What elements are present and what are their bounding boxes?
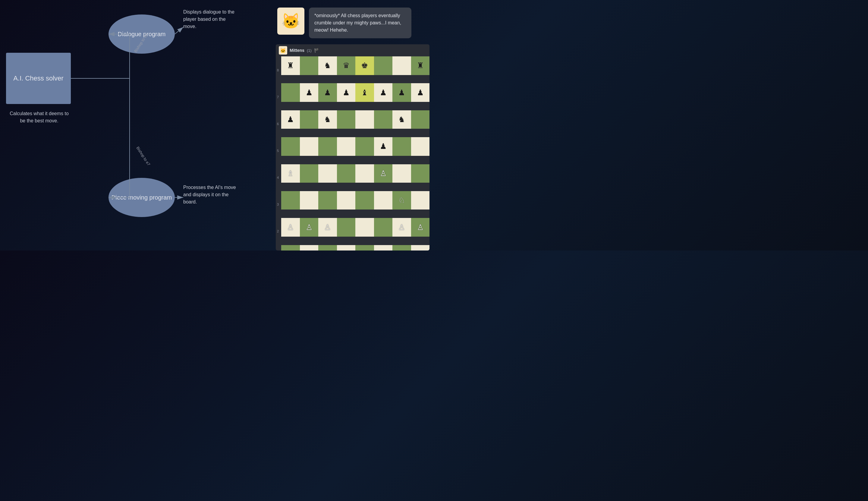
board-cell[interactable]: ♟ <box>374 83 393 102</box>
board-cell[interactable]: ♞ <box>393 110 411 129</box>
board-cell[interactable]: ♝ <box>355 83 374 102</box>
solver-description: Calculates what it deems to be the best … <box>9 110 69 125</box>
board-cell[interactable]: ♘ <box>300 245 319 250</box>
board-cell[interactable] <box>337 164 356 183</box>
mittens-rating: (1) <box>307 48 312 53</box>
board-cell[interactable] <box>411 164 430 183</box>
board-cell[interactable] <box>355 245 374 250</box>
chat-message: *ominously* All chess players eventually… <box>314 13 401 33</box>
board-cell[interactable]: ♗ <box>281 164 300 183</box>
board-cell[interactable]: ♛ <box>337 56 356 75</box>
board-cell[interactable] <box>374 245 393 250</box>
board-cell[interactable]: ♙ <box>300 218 319 237</box>
board-cell[interactable]: ♗ <box>318 245 337 250</box>
board-cell[interactable] <box>355 164 374 183</box>
board-cell[interactable]: ♜ <box>411 56 430 75</box>
piece-moving-label: Piece moving program <box>111 193 172 201</box>
dialogue-ellipse: Dialogue program <box>108 14 175 54</box>
dialogue-description: Displays dialogue to the player based on… <box>183 9 239 30</box>
board-cell[interactable]: ♜ <box>281 56 300 75</box>
board-cell[interactable] <box>374 218 393 237</box>
board-cell[interactable]: ♚ <box>355 56 374 75</box>
board-cell[interactable]: ♟ <box>318 83 337 102</box>
chat-area: 🐱 *ominously* All chess players eventual… <box>271 0 434 44</box>
board-cell[interactable] <box>393 164 411 183</box>
board-cell[interactable]: ♙ <box>318 218 337 237</box>
board-cell[interactable]: ♘ <box>393 191 411 210</box>
board-cell[interactable] <box>411 245 430 250</box>
diagram-container: A.I. Chess solver Calculates what it dee… <box>0 0 271 250</box>
board-cell[interactable] <box>355 191 374 210</box>
board-cell[interactable] <box>281 83 300 102</box>
board-cell[interactable] <box>393 56 411 75</box>
chess-header: 🐱 Mittens (1) 🏴 <box>276 44 429 56</box>
piece-moving-ellipse: Piece moving program <box>108 178 175 217</box>
board-cell[interactable]: ♞ <box>318 110 337 129</box>
dialogue-label: Dialogue program <box>118 30 166 38</box>
board-cell[interactable] <box>411 110 430 129</box>
board-cell[interactable] <box>374 56 393 75</box>
rank-5: 5 <box>277 137 280 164</box>
svg-line-9 <box>175 27 183 34</box>
board-cell[interactable]: ♙ <box>281 218 300 237</box>
board-cell[interactable]: ♟ <box>337 83 356 102</box>
board-cell[interactable] <box>355 110 374 129</box>
board-cell[interactable]: ♟ <box>300 83 319 102</box>
rank-3: 3 <box>277 191 280 218</box>
board-cell[interactable]: ♟ <box>374 137 393 156</box>
board-cell[interactable]: ♕ <box>337 245 356 250</box>
mittens-avatar: 🐱 <box>279 46 287 55</box>
board-cell[interactable] <box>300 137 319 156</box>
chess-panel: 🐱 Mittens (1) 🏴 8 7 6 5 4 3 2 1 ♜♞♛♚♜♟♟♟… <box>276 44 429 250</box>
board-cell[interactable]: ♔ <box>393 245 411 250</box>
board-cell[interactable] <box>393 137 411 156</box>
board-cell[interactable] <box>281 137 300 156</box>
chess-board: ♜♞♛♚♜♟♟♟♝♟♟♟♟♞♞♟♗♙♘♙♙♙♙♙♔♘♗♕♔ <box>281 56 429 250</box>
board-cell[interactable]: ♔ <box>281 245 300 250</box>
rank-labels: 8 7 6 5 4 3 2 1 <box>276 56 281 250</box>
rank-4: 4 <box>277 164 280 191</box>
board-cell[interactable]: ♟ <box>411 83 430 102</box>
piece-description: Processes the AI's move and displays it … <box>183 184 239 205</box>
board-wrapper: 8 7 6 5 4 3 2 1 ♜♞♛♚♜♟♟♟♝♟♟♟♟♞♞♟♗♙♘♙♙♙♙♙… <box>276 56 429 250</box>
board-cell[interactable] <box>374 110 393 129</box>
flag-icon: 🏴 <box>314 48 319 53</box>
board-cell[interactable] <box>337 110 356 129</box>
board-cell[interactable]: ♞ <box>318 56 337 75</box>
board-cell[interactable] <box>300 191 319 210</box>
mittens-name: Mittens <box>290 48 304 53</box>
board-cell[interactable]: ♟ <box>393 83 411 102</box>
board-cell[interactable] <box>411 137 430 156</box>
rank-7: 7 <box>277 84 280 111</box>
rank-6: 6 <box>277 111 280 137</box>
board-cell[interactable] <box>337 191 356 210</box>
chess-solver-label: A.I. Chess solver <box>13 74 63 83</box>
board-cell[interactable] <box>355 218 374 237</box>
board-cell[interactable] <box>318 164 337 183</box>
board-cell[interactable]: ♙ <box>411 218 430 237</box>
board-cell[interactable] <box>300 56 319 75</box>
cat-avatar: 🐱 <box>277 8 304 35</box>
board-cell[interactable] <box>300 110 319 129</box>
rank-8: 8 <box>277 57 280 84</box>
board-cell[interactable] <box>355 137 374 156</box>
board-cell[interactable] <box>411 191 430 210</box>
svg-text:Bishop to e7: Bishop to e7 <box>135 146 151 167</box>
board-cell[interactable]: ♙ <box>374 164 393 183</box>
board-cell[interactable] <box>337 137 356 156</box>
chat-bubble: *ominously* All chess players eventually… <box>309 8 411 38</box>
board-cell[interactable] <box>300 164 319 183</box>
board-cell[interactable] <box>337 218 356 237</box>
chess-solver-box: A.I. Chess solver <box>6 53 71 104</box>
rank-2: 2 <box>277 218 280 244</box>
board-cell[interactable]: ♙ <box>393 218 411 237</box>
board-cell[interactable] <box>374 191 393 210</box>
board-cell[interactable] <box>318 137 337 156</box>
board-cell[interactable]: ♟ <box>281 110 300 129</box>
board-cell[interactable] <box>318 191 337 210</box>
board-cell[interactable] <box>281 191 300 210</box>
rank-1: 1 <box>277 244 280 250</box>
right-panel: 🐱 *ominously* All chess players eventual… <box>271 0 434 250</box>
